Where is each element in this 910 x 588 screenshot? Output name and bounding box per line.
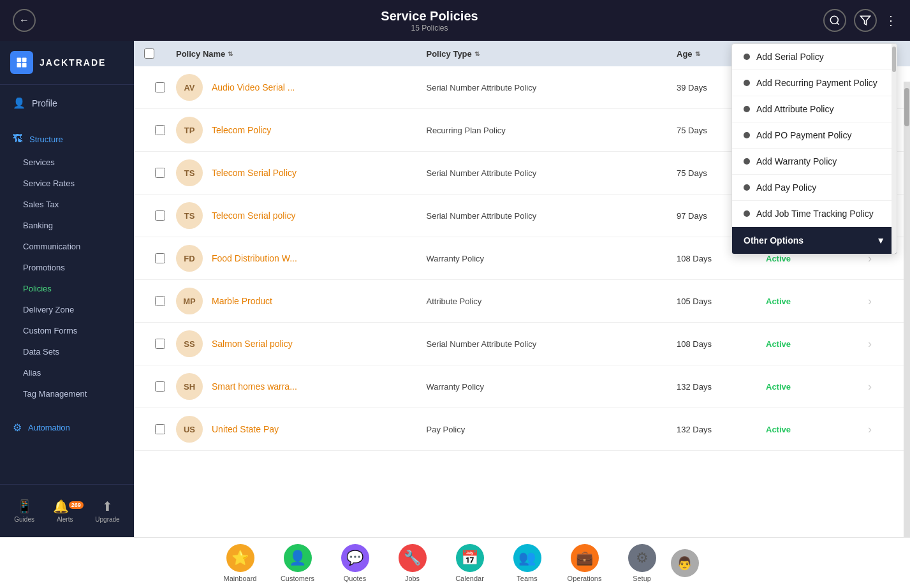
sidebar-label-profile: Profile (32, 98, 57, 108)
sidebar-automation-section: ⚙ Automation (0, 409, 134, 446)
row-chevron-6[interactable]: › (868, 337, 900, 351)
back-button[interactable]: ← (13, 9, 36, 32)
alerts-label: Alerts (57, 516, 73, 523)
sidebar-label-promotions: Promotions (23, 263, 65, 272)
row-policy-name-6[interactable]: Salmon Serial policy (212, 339, 293, 349)
row-chevron-5[interactable]: › (868, 295, 900, 308)
nav-setup[interactable]: ⚙ Setup (613, 539, 671, 587)
row-name-cell: MP Marble Product (176, 288, 427, 314)
nav-jobs[interactable]: 🔧 Jobs (384, 539, 441, 587)
nav-customers[interactable]: 👤 Customers (269, 539, 327, 587)
sidebar-label-service-rates: Service Rates (23, 179, 75, 188)
row-policy-name-8[interactable]: United State Pay (212, 424, 279, 434)
filter-button[interactable] (854, 9, 877, 32)
sidebar-item-service-rates[interactable]: Service Rates (0, 173, 134, 194)
nav-setup-label: Setup (633, 575, 651, 582)
sidebar-item-automation[interactable]: ⚙ Automation (0, 415, 134, 441)
sidebar-item-alias[interactable]: Alias (0, 362, 134, 383)
row-status-7: Active (766, 382, 868, 392)
row-checkbox-4[interactable] (155, 253, 165, 263)
dropdown-item-warranty[interactable]: Add Warranty Policy (732, 149, 897, 175)
nav-calendar[interactable]: 📅 Calendar (441, 539, 499, 587)
sidebar-item-services[interactable]: Services (0, 152, 134, 173)
sidebar-label-custom-forms: Custom Forms (23, 326, 77, 335)
footer-icons: 📱 Guides 🔔269 Alerts ⬆ Upgrade (0, 492, 134, 529)
sidebar-item-data-sets[interactable]: Data Sets (0, 341, 134, 362)
sort-age-icon[interactable]: ⇅ (695, 50, 700, 57)
row-policy-type-0: Serial Number Attribute Policy (427, 83, 677, 92)
dropdown-item-job-time[interactable]: Add Job Time Tracking Policy (732, 201, 897, 227)
row-checkbox-0[interactable] (155, 82, 165, 92)
row-checkbox-2[interactable] (155, 168, 165, 178)
upgrade-label: Upgrade (95, 516, 119, 523)
row-avatar-2: TS (176, 159, 203, 186)
row-checkbox-3[interactable] (155, 210, 165, 221)
sidebar-item-custom-forms[interactable]: Custom Forms (0, 320, 134, 341)
sidebar-item-profile[interactable]: 👤 Profile (0, 90, 134, 116)
row-chevron-8[interactable]: › (868, 423, 900, 436)
row-policy-name-2[interactable]: Telecom Serial Policy (212, 168, 297, 178)
row-chevron-7[interactable]: › (868, 380, 900, 393)
dropdown-item-serial[interactable]: Add Serial Policy (732, 44, 897, 70)
sort-policy-name-icon[interactable]: ⇅ (228, 50, 233, 57)
row-policy-name-3[interactable]: Telecom Serial policy (212, 210, 296, 221)
row-checkbox-5[interactable] (155, 296, 165, 306)
sidebar-item-delivery-zone[interactable]: Delivery Zone (0, 299, 134, 320)
sidebar-item-policies[interactable]: Policies (0, 278, 134, 299)
row-checkbox-1[interactable] (155, 125, 165, 135)
row-policy-name-4[interactable]: Food Distribution W... (212, 253, 297, 263)
sidebar-item-sales-tax[interactable]: Sales Tax (0, 194, 134, 215)
row-policy-name-0[interactable]: Audio Video Serial ... (212, 82, 295, 92)
row-checkbox-6[interactable] (155, 339, 165, 349)
row-checkbox-8[interactable] (155, 424, 165, 434)
user-avatar[interactable]: 👨 (671, 549, 699, 577)
row-avatar-0: AV (176, 74, 203, 101)
dropdown-other-options[interactable]: Other Options ▼ (732, 227, 897, 254)
dropdown-item-po[interactable]: Add PO Payment Policy (732, 122, 897, 149)
nav-operations[interactable]: 💼 Operations (556, 539, 613, 587)
table-row: SH Smart homes warra... Warranty Policy … (134, 365, 910, 408)
sidebar-footer: 📱 Guides 🔔269 Alerts ⬆ Upgrade (0, 484, 134, 537)
row-policy-type-6: Serial Number Attribute Policy (427, 339, 677, 349)
sidebar-item-tag-management[interactable]: Tag Management (0, 383, 134, 404)
sidebar-item-communication[interactable]: Communication (0, 236, 134, 257)
dropdown-item-attribute[interactable]: Add Attribute Policy (732, 96, 897, 122)
row-checkbox-7[interactable] (155, 381, 165, 392)
sidebar-item-structure[interactable]: 🏗 Structure (0, 126, 134, 152)
logo-text: JACKTRADE (40, 57, 106, 68)
dropdown-dot-recurring (744, 80, 750, 86)
row-checkbox-cell (144, 424, 176, 434)
sidebar-label-communication: Communication (23, 242, 80, 251)
nav-teams[interactable]: 👥 Teams (499, 539, 556, 587)
row-policy-name-7[interactable]: Smart homes warra... (212, 381, 297, 392)
row-age-7: 132 Days (677, 382, 766, 392)
nav-mainboard[interactable]: ⭐ Mainboard (212, 539, 269, 587)
more-options-button[interactable]: ⋮ (884, 13, 897, 28)
sidebar-item-banking[interactable]: Banking (0, 215, 134, 236)
svg-marker-2 (860, 16, 870, 25)
sidebar-label-structure: Structure (29, 135, 63, 144)
dropdown-item-pay[interactable]: Add Pay Policy (732, 175, 897, 201)
calendar-icon-wrap: 📅 (456, 544, 484, 572)
search-button[interactable] (823, 9, 846, 32)
alerts-button[interactable]: 🔔269 Alerts (53, 499, 77, 523)
col-policy-type: Policy Type ⇅ (427, 48, 677, 59)
row-policy-name-5[interactable]: Marble Product (212, 296, 272, 306)
dropdown-label-serial: Add Serial Policy (756, 52, 824, 62)
dropdown-label-attribute: Add Attribute Policy (756, 104, 833, 114)
svg-rect-3 (17, 58, 22, 62)
profile-icon: 👤 (13, 97, 26, 109)
nav-quotes[interactable]: 💬 Quotes (327, 539, 384, 587)
row-avatar-3: TS (176, 202, 203, 229)
select-all-checkbox[interactable] (144, 48, 154, 59)
upgrade-icon: ⬆ (102, 499, 113, 514)
sidebar-item-promotions[interactable]: Promotions (0, 257, 134, 278)
upgrade-button[interactable]: ⬆ Upgrade (95, 499, 119, 523)
row-policy-name-1[interactable]: Telecom Policy (212, 125, 271, 135)
guides-button[interactable]: 📱 Guides (14, 499, 34, 523)
dropdown-item-recurring[interactable]: Add Recurring Payment Policy (732, 70, 897, 96)
col-policy-name: Policy Name ⇅ (176, 48, 427, 59)
scrollbar-thumb (904, 88, 909, 126)
sort-policy-type-icon[interactable]: ⇅ (474, 50, 480, 57)
svg-rect-6 (22, 63, 27, 68)
